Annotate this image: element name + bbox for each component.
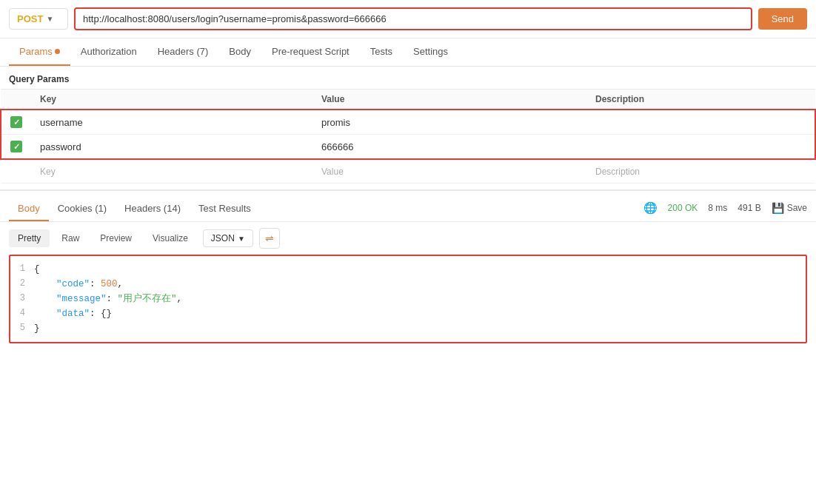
tab-params[interactable]: Params	[9, 38, 70, 66]
code-line: 1{	[10, 262, 806, 277]
tab-headers[interactable]: Headers (7)	[147, 38, 219, 66]
row2-value[interactable]: 666666	[312, 135, 586, 160]
col-header-description: Description	[586, 90, 815, 110]
save-button[interactable]: 💾 Save	[772, 202, 807, 214]
code-line: 5}	[10, 321, 806, 336]
viewer-tab-raw[interactable]: Raw	[53, 229, 88, 247]
row2-key[interactable]: password	[31, 135, 312, 160]
params-data-rows: username promis password 666666	[1, 110, 815, 159]
response-code-area: 1{2 "code": 500,3 "message": "用户不存在",4 "…	[9, 255, 807, 343]
resp-tab-headers[interactable]: Headers (14)	[116, 197, 190, 221]
url-input[interactable]: http://localhost:8080/users/login?userna…	[74, 7, 752, 30]
tab-settings[interactable]: Settings	[403, 38, 458, 66]
request-tabs: Params Authorization Headers (7) Body Pr…	[0, 38, 816, 67]
wrap-button[interactable]: ⇌	[259, 228, 280, 249]
placeholder-description[interactable]: Description	[586, 159, 815, 184]
viewer-tab-visualize[interactable]: Visualize	[144, 229, 197, 247]
row1-description[interactable]	[586, 110, 815, 135]
response-time: 8 ms	[708, 203, 727, 213]
viewer-tab-pretty[interactable]: Pretty	[9, 229, 50, 247]
params-dot	[55, 49, 60, 54]
wrap-icon: ⇌	[265, 232, 274, 244]
line-number: 4	[10, 306, 34, 320]
placeholder-checkbox-cell	[1, 159, 31, 184]
resp-tab-cookies[interactable]: Cookies (1)	[49, 197, 116, 221]
line-content: }	[34, 321, 806, 336]
tab-prerequest[interactable]: Pre-request Script	[261, 38, 360, 66]
table-row-placeholder: Key Value Description	[1, 159, 815, 184]
row2-checkbox[interactable]	[10, 141, 22, 152]
chevron-down-icon: ▼	[238, 235, 245, 243]
row1-checkbox-cell[interactable]	[1, 110, 31, 135]
line-number: 3	[10, 292, 34, 306]
params-table: Key Value Description username promis pa…	[0, 89, 816, 184]
format-selector[interactable]: JSON ▼	[203, 229, 253, 247]
line-number: 1	[10, 262, 34, 276]
row1-value[interactable]: promis	[312, 110, 586, 135]
code-line: 4 "data": {}	[10, 306, 806, 321]
col-header-value: Value	[312, 90, 586, 110]
col-header-key: Key	[31, 90, 312, 110]
line-number: 5	[10, 321, 34, 335]
placeholder-key[interactable]: Key	[31, 159, 312, 184]
row1-checkbox[interactable]	[10, 116, 22, 128]
row1-key[interactable]: username	[31, 110, 312, 135]
code-line: 2 "code": 500,	[10, 277, 806, 292]
tab-tests[interactable]: Tests	[360, 38, 403, 66]
method-label: POST	[17, 13, 43, 24]
globe-icon: 🌐	[643, 201, 658, 215]
method-selector[interactable]: POST ▼	[9, 8, 68, 30]
send-button[interactable]: Send	[758, 8, 807, 30]
tab-body[interactable]: Body	[218, 38, 261, 66]
table-row: username promis	[1, 110, 815, 135]
url-bar: POST ▼ http://localhost:8080/users/login…	[0, 0, 816, 38]
line-content: "data": {}	[34, 306, 806, 321]
response-tabs-row: Body Cookies (1) Headers (14) Test Resul…	[0, 189, 816, 222]
response-meta: 🌐 200 OK 8 ms 491 B 💾 Save	[643, 201, 807, 218]
table-row: password 666666	[1, 135, 815, 160]
query-params-label: Query Params	[0, 67, 816, 89]
resp-tab-body[interactable]: Body	[9, 197, 49, 221]
col-header-checkbox	[1, 90, 31, 110]
code-line: 3 "message": "用户不存在",	[10, 292, 806, 306]
line-number: 2	[10, 277, 34, 291]
save-icon: 💾	[772, 202, 784, 214]
response-viewer-tabs: Pretty Raw Preview Visualize JSON ▼ ⇌	[0, 222, 816, 255]
line-content: "message": "用户不存在",	[34, 292, 806, 306]
status-badge: 200 OK	[668, 203, 698, 213]
row2-checkbox-cell[interactable]	[1, 135, 31, 160]
line-content: {	[34, 262, 806, 277]
placeholder-value[interactable]: Value	[312, 159, 586, 184]
tab-authorization[interactable]: Authorization	[70, 38, 147, 66]
chevron-down-icon: ▼	[46, 15, 53, 23]
row2-description[interactable]	[586, 135, 815, 160]
resp-tab-test-results[interactable]: Test Results	[190, 197, 260, 221]
line-content: "code": 500,	[34, 277, 806, 292]
response-size: 491 B	[738, 203, 760, 213]
viewer-tab-preview[interactable]: Preview	[91, 229, 141, 247]
